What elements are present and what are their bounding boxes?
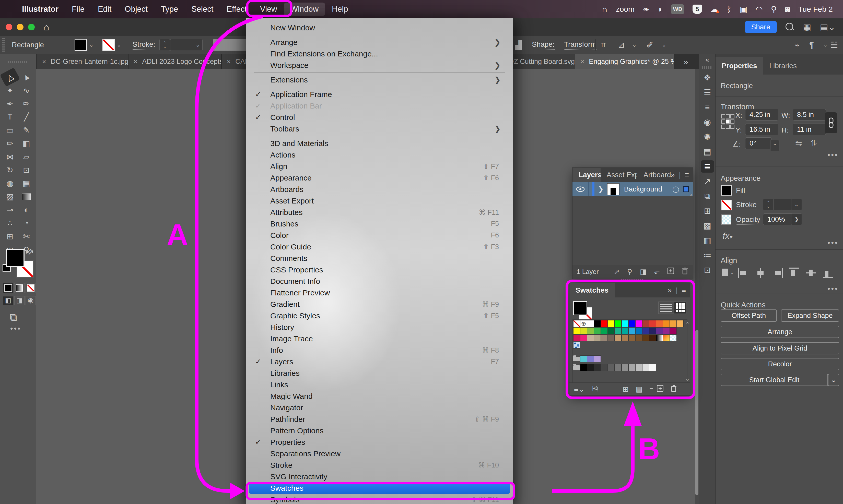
bluetooth-icon[interactable]: ᛒ [726,5,731,14]
canvas-vertical-scrollbar[interactable] [695,69,699,504]
search-icon[interactable] [786,23,794,31]
transform-link[interactable]: Transform [564,40,596,50]
menu-item-workspace[interactable]: Workspace❯ [246,59,513,71]
swatch[interactable] [642,364,649,371]
swatch[interactable] [587,320,594,327]
menu-item-align[interactable]: Align⇧ F7 [246,161,513,172]
swatch[interactable] [642,335,649,341]
tab-close-icon[interactable]: × [580,58,584,66]
swatch[interactable] [594,364,601,371]
align-glyphs-icon[interactable]: ⌁ [794,40,800,50]
show-swatch-kinds-icon[interactable]: ⊞ [622,385,628,393]
swatch[interactable] [587,327,594,334]
export-strip-icon[interactable]: ↗ [701,175,714,187]
swatch[interactable] [608,320,615,327]
swatch[interactable] [677,320,684,327]
stroke-width-value[interactable] [773,199,792,210]
menu-item-color[interactable]: ColorF6 [246,230,513,241]
menu-item-pattern-options[interactable]: Pattern Options [246,425,513,436]
layer-target-icon[interactable]: ◯ [672,186,679,193]
zoom-window-button[interactable] [28,24,35,30]
swatch[interactable] [587,335,594,341]
home-icon[interactable]: ⌂ [43,22,49,33]
swatch[interactable] [670,327,677,334]
slice-tool[interactable]: ✄ [18,230,34,243]
swatch-gradient[interactable] [663,335,670,341]
menu-item-arrange[interactable]: Arrange❯ [246,37,513,48]
menu-item-history[interactable]: History [246,321,513,333]
menu-item-css-properties[interactable]: CSS Properties [246,264,513,275]
menu-item-artboards[interactable]: Artboards [246,184,513,195]
menu-item-separations-preview[interactable]: Separations Preview [246,448,513,459]
swatch[interactable] [628,364,635,371]
swatch[interactable] [656,320,663,327]
symbols-strip-icon[interactable]: ⧉ [701,190,714,202]
libraries-strip-icon[interactable]: ☰ [701,86,714,98]
menubar-item-effect[interactable]: Effect [220,3,253,16]
wd-drive-icon[interactable]: WD [671,4,684,14]
minimize-window-button[interactable] [17,24,23,30]
menu-item-find-extensions-on-exchange-[interactable]: Find Extensions on Exchange... [246,48,513,59]
swatch[interactable] [580,327,587,334]
quick-action-expand-shape[interactable]: Expand Shape [781,309,839,322]
layers-tab[interactable]: Layers [573,168,601,182]
swatches-strip-icon[interactable]: ⊞ [701,205,714,217]
display-icon[interactable]: ▣ [740,4,747,14]
cc-strip-icon[interactable]: ≡ [701,101,714,113]
opacity-expand[interactable]: ❯ [791,213,802,225]
clip-app-icon[interactable]: ❧ [643,4,650,14]
opacity-field[interactable]: 100% [763,213,796,225]
menu-item-libraries[interactable]: Libraries [246,367,513,379]
paintbrush-tool[interactable]: ✎ [18,124,34,137]
swatch-options-icon[interactable]: ▤ [636,385,643,393]
align-h-center-icon[interactable] [755,268,766,278]
symbol-sprayer-tool[interactable]: ∴ [2,217,18,230]
menu-item-magic-wand[interactable]: Magic Wand [246,390,513,402]
menu-item-flattener-preview[interactable]: Flattener Preview [246,287,513,299]
tab-close-icon[interactable]: × [42,58,46,66]
edit-toolbar-icon[interactable]: ••• [10,324,21,333]
fill-color-indicator[interactable] [6,249,24,267]
swatch[interactable] [601,364,608,371]
swatch[interactable] [615,335,621,341]
swatch[interactable] [663,320,670,327]
swatch[interactable] [615,327,621,334]
swatch[interactable] [649,335,656,341]
menu-item-navigator[interactable]: Navigator [246,402,513,413]
swatch[interactable] [580,355,587,362]
menu-item-layers[interactable]: ✓LayersF7 [246,356,513,367]
swatch[interactable] [628,320,635,327]
y-field[interactable]: 16.5 in [745,124,778,135]
make-mask-icon[interactable]: ◨ [640,268,647,276]
swatches-menu-icon[interactable]: ≡ [682,286,686,294]
style-pen-icon[interactable]: ✐ [646,40,654,50]
swatch[interactable] [573,335,580,341]
swatch[interactable] [580,364,587,371]
gradient-strip-icon[interactable]: ▥ [701,234,714,247]
menubar-item-help[interactable]: Help [325,3,355,16]
mesh-tool[interactable]: ▨ [2,190,18,203]
layers-menu-icon[interactable]: ≡ [685,171,689,179]
perspective-grid-tool[interactable]: ▦ [18,177,34,190]
tab-overflow-icon[interactable]: » [684,57,688,67]
width-tool[interactable]: ↻ [2,163,18,177]
swatch[interactable] [628,327,635,334]
control-menu-icon[interactable]: ☱ [830,40,838,50]
menu-item-graphic-styles[interactable]: Graphic Styles⇧ F5 [246,310,513,321]
menu-item-extensions[interactable]: Extensions❯ [246,74,513,86]
menu-item-image-trace[interactable]: Image Trace [246,333,513,344]
artboard-tool[interactable]: ⊞ [2,230,18,243]
menu-item-color-guide[interactable]: Color Guide⇧ F3 [246,241,513,253]
shape-builder-tool[interactable]: ◍ [2,177,18,190]
swatch[interactable] [635,327,642,334]
quick-action-align-to-pixel-grid[interactable]: Align to Pixel Grid [721,342,839,354]
draw-inside-button[interactable]: ◉ [25,296,36,305]
swatch-group-folder-icon[interactable] [573,364,580,371]
onepassword-icon[interactable]: 5 [692,5,702,14]
paragraph-chevron[interactable]: ⌄ [823,42,828,48]
swatch[interactable] [649,320,656,327]
rotate-reflect-tool[interactable]: ⋈ [2,150,18,163]
type-tool[interactable]: T [2,110,18,124]
arrange-documents-icon[interactable]: ▦ [803,22,811,32]
new-sublayer-icon[interactable]: ⬐ [654,268,660,276]
